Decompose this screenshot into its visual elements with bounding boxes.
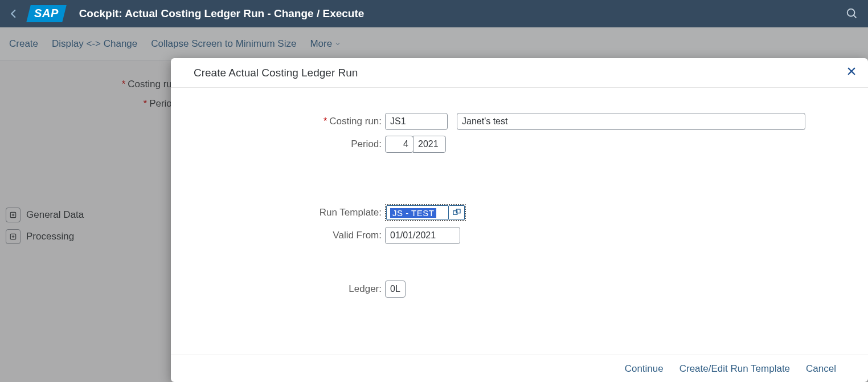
costing-run-field[interactable] bbox=[385, 113, 448, 130]
dialog-footer: Continue Create/Edit Run Template Cancel bbox=[171, 355, 868, 382]
sap-logo: SAP bbox=[26, 5, 66, 22]
app-bar: SAP Cockpit: Actual Costing Ledger Run -… bbox=[0, 0, 868, 27]
ledger-field[interactable] bbox=[385, 281, 406, 298]
dialog-title: Create Actual Costing Ledger Run bbox=[194, 67, 358, 79]
value-help-icon[interactable] bbox=[449, 205, 465, 220]
dialog-header: Create Actual Costing Ledger Run bbox=[171, 58, 868, 88]
create-acl-run-dialog: Create Actual Costing Ledger Run *Costin… bbox=[171, 58, 868, 382]
run-template-field[interactable]: JS - TEST bbox=[386, 205, 449, 220]
run-template-value: JS - TEST bbox=[390, 208, 436, 218]
valid-from-field[interactable] bbox=[385, 227, 460, 244]
search-icon[interactable] bbox=[845, 7, 858, 19]
close-icon[interactable] bbox=[846, 66, 857, 79]
svg-point-0 bbox=[847, 9, 855, 17]
period-year-field[interactable] bbox=[413, 136, 446, 153]
svg-line-1 bbox=[854, 15, 857, 18]
run-template-label: Run Template: bbox=[171, 207, 385, 218]
cancel-button[interactable]: Cancel bbox=[806, 363, 836, 375]
back-icon[interactable] bbox=[8, 8, 19, 19]
costing-run-desc-field[interactable] bbox=[457, 113, 805, 130]
valid-from-label: Valid From: bbox=[171, 230, 385, 241]
ledger-label: Ledger: bbox=[171, 283, 385, 295]
period-label: Period: bbox=[171, 139, 385, 150]
dialog-body: *Costing run: Period: Run Template: JS -… bbox=[171, 88, 868, 355]
page-title: Cockpit: Actual Costing Ledger Run - Cha… bbox=[79, 7, 365, 20]
costing-run-label: *Costing run: bbox=[171, 116, 385, 127]
period-month-field[interactable] bbox=[385, 136, 413, 153]
create-edit-template-button[interactable]: Create/Edit Run Template bbox=[679, 363, 790, 375]
continue-button[interactable]: Continue bbox=[625, 363, 664, 375]
